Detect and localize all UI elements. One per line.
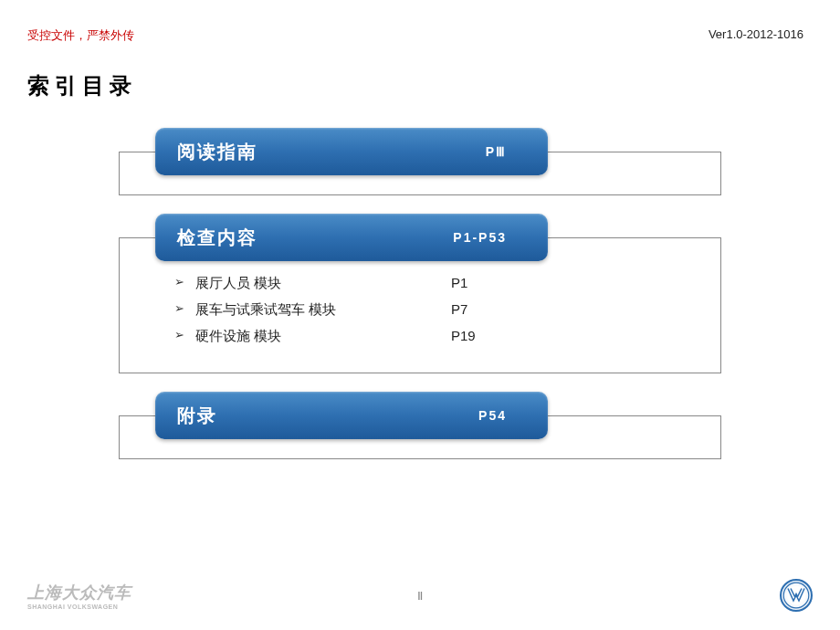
version-label: Ver1.0-2012-1016: [709, 27, 803, 44]
chevron-right-icon: ➢: [174, 275, 184, 292]
chevron-right-icon: ➢: [174, 301, 184, 319]
company-logo: 上海大众汽车 SHANGHAI VOLKSWAGEN: [27, 582, 131, 610]
section-page: PⅢ: [486, 144, 507, 159]
list-item: ➢ 硬件设施 模块 P19: [174, 328, 684, 345]
section-title: 附录: [177, 404, 217, 428]
item-label: 展厅人员 模块: [195, 275, 451, 292]
list-item: ➢ 展车与试乘试驾车 模块 P7: [174, 301, 684, 319]
section-reading-guide: 阅读指南 PⅢ: [119, 128, 721, 195]
item-page: P7: [451, 301, 467, 319]
section-page: P54: [478, 408, 507, 423]
company-name-cn: 上海大众汽车: [27, 583, 131, 602]
section-title: 阅读指南: [177, 140, 257, 164]
confidential-label: 受控文件，严禁外传: [27, 27, 134, 44]
company-name-en: SHANGHAI VOLKSWAGEN: [27, 604, 131, 610]
vw-logo-icon: [780, 579, 813, 612]
section-header: 附录 P54: [155, 392, 548, 439]
list-item: ➢ 展厅人员 模块 P1: [174, 275, 684, 292]
item-page: P1: [451, 275, 467, 292]
section-page: P1-P53: [453, 230, 507, 245]
section-title: 检查内容: [177, 226, 257, 250]
section-inspection: 检查内容 P1-P53 ➢ 展厅人员 模块 P1 ➢ 展车与试乘试驾车 模块 P…: [119, 214, 721, 373]
sections-container: 阅读指南 PⅢ 检查内容 P1-P53 ➢ 展厅人员 模块 P1 ➢ 展车与试乘…: [0, 128, 840, 459]
section-appendix: 附录 P54: [119, 392, 721, 459]
page-title: 索引目录: [27, 71, 840, 100]
footer: 上海大众汽车 SHANGHAI VOLKSWAGEN Ⅱ: [0, 579, 840, 612]
header: 受控文件，严禁外传 Ver1.0-2012-1016: [0, 0, 840, 44]
item-label: 展车与试乘试驾车 模块: [195, 301, 451, 319]
item-label: 硬件设施 模块: [195, 328, 451, 345]
page-number: Ⅱ: [417, 589, 423, 603]
section-header: 检查内容 P1-P53: [155, 214, 548, 261]
chevron-right-icon: ➢: [174, 328, 184, 345]
item-page: P19: [451, 328, 476, 345]
section-header: 阅读指南 PⅢ: [155, 128, 548, 175]
